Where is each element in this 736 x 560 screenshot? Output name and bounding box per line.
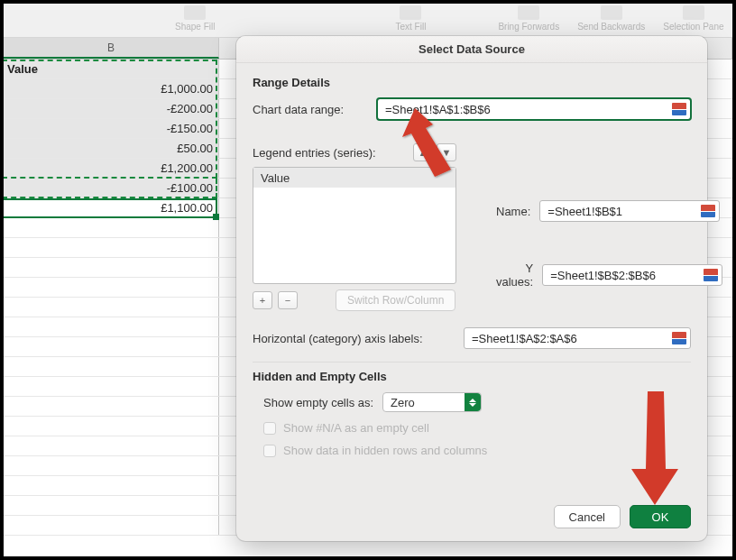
move-series-up-button[interactable]: ▲ [413,143,433,161]
cell[interactable]: £1,000.00 [4,79,219,98]
cell[interactable]: £1,100.00 [4,198,219,217]
ok-button[interactable]: OK [630,505,691,528]
axis-labels-field[interactable] [470,331,672,346]
series-yvalues-field[interactable] [548,268,704,283]
series-name-input[interactable] [539,200,720,222]
ribbon-item-shape-fill: Shape Fill [175,4,215,32]
cell[interactable]: Value [4,60,219,78]
column-header-b[interactable]: B [4,38,219,59]
add-series-button[interactable]: + [253,291,272,309]
range-details-heading: Range Details [253,76,691,89]
hidden-empty-heading: Hidden and Empty Cells [253,370,691,383]
cell[interactable]: £50.00 [4,139,219,158]
range-picker-icon[interactable] [701,205,715,217]
show-na-checkbox: Show #N/A as an empty cell [253,421,691,435]
ribbon-item-selection-pane: Selection Pane [663,4,723,32]
chevron-updown-icon [465,393,481,411]
axis-labels-label: Horizontal (category) axis labels: [253,332,455,345]
cell[interactable]: £1,200.00 [4,159,219,178]
show-hidden-checkbox: Show data in hidden rows and columns [253,444,691,457]
series-yvalues-label: Y values: [496,262,533,289]
series-list[interactable]: Value [253,167,456,284]
series-item[interactable]: Value [253,168,455,188]
show-empty-select[interactable]: Zero [382,392,482,412]
remove-series-button[interactable]: − [278,291,298,309]
range-picker-icon[interactable] [672,103,686,115]
legend-entries-label: Legend entries (series): [253,146,406,160]
cell[interactable]: -£100.00 [4,179,219,197]
axis-labels-input[interactable] [464,327,691,349]
show-empty-label: Show empty cells as: [263,396,373,409]
chart-data-range-label: Chart data range: [253,103,368,116]
series-yvalues-input[interactable] [542,264,722,286]
checkbox-icon [263,445,276,457]
chart-data-range-field[interactable] [383,102,672,117]
move-series-down-button[interactable]: ▼ [437,143,456,161]
ribbon-item-send-backwards: Send Backwards [577,4,645,32]
cell[interactable]: -£200.00 [4,99,219,118]
ribbon: Shape Fill Text Fill Bring Forwards Send… [4,4,732,38]
series-name-label: Name: [496,205,530,218]
ribbon-item-text-fill: Text Fill [395,4,426,32]
ribbon-item-bring-forwards: Bring Forwards [498,4,559,32]
checkbox-icon [263,422,276,435]
cell[interactable]: -£150.00 [4,119,219,138]
series-name-field[interactable] [546,204,701,219]
cancel-button[interactable]: Cancel [554,505,621,528]
range-picker-icon[interactable] [672,332,686,344]
chart-data-range-input[interactable] [377,98,691,120]
show-empty-value: Zero [391,396,415,409]
dialog-title: Select Data Source [236,36,707,63]
switch-row-column-button: Switch Row/Column [336,289,455,311]
select-data-source-dialog: Select Data Source Range Details Chart d… [236,36,707,541]
range-picker-icon[interactable] [704,269,718,281]
